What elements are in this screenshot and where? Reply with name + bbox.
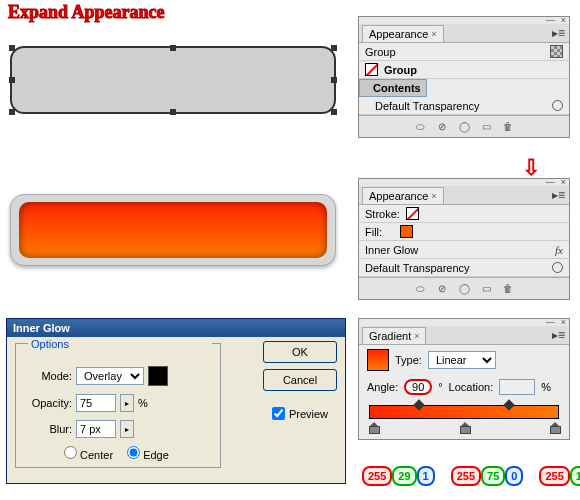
stroke-swatch-none[interactable]: [406, 207, 419, 220]
rgb-values: 255291 255750 2551060: [362, 466, 580, 486]
gradient-stop[interactable]: [460, 418, 469, 429]
blur-spinner[interactable]: ▸: [120, 420, 134, 438]
rgb-chip-2: 255750: [451, 466, 524, 486]
fill-row[interactable]: Fill:: [359, 223, 569, 241]
new-icon[interactable]: ▭: [478, 282, 494, 296]
ok-button[interactable]: OK: [263, 341, 337, 363]
cancel-button[interactable]: Cancel: [263, 369, 337, 391]
close-icon[interactable]: ×: [561, 17, 566, 24]
minimize-icon[interactable]: —: [546, 17, 555, 24]
panel-menu-icon[interactable]: ▸≡: [552, 26, 565, 40]
gradient-stop[interactable]: [369, 418, 378, 429]
panel-menu-icon[interactable]: ▸≡: [552, 188, 565, 202]
mode-select[interactable]: Overlay: [76, 367, 144, 385]
opacity-spinner[interactable]: ▸: [120, 394, 134, 412]
mode-label: Mode:: [24, 370, 72, 382]
minimize-icon[interactable]: —: [546, 319, 555, 326]
options-legend: Options: [28, 338, 212, 350]
artboard-result: [8, 178, 340, 288]
panel-titlebar[interactable]: —×: [359, 319, 569, 326]
target-icon[interactable]: [552, 100, 563, 111]
blur-input[interactable]: [76, 420, 116, 438]
appearance-panel-2: —× Appearance× ▸≡ Stroke: Fill: Inner Gl…: [358, 178, 570, 300]
appearance-row-default-transparency[interactable]: Default Transparency: [359, 97, 569, 115]
gradient-ramp[interactable]: [369, 405, 559, 419]
tab-close-icon[interactable]: ×: [431, 191, 436, 201]
fx-icon[interactable]: fx: [555, 244, 563, 256]
appearance-row-group-bold[interactable]: Group: [359, 61, 569, 79]
center-radio[interactable]: Center: [64, 446, 113, 461]
appearance-row-contents[interactable]: Contents: [359, 79, 427, 97]
new-sublayer-icon[interactable]: ◯: [456, 120, 472, 134]
location-label: Location:: [449, 381, 494, 393]
appearance-panel-1: —× Appearance× ▸≡ Group Group Contents D…: [358, 16, 570, 138]
type-label: Type:: [395, 354, 422, 366]
midpoint-slider[interactable]: [413, 399, 424, 410]
stroke-row[interactable]: Stroke:: [359, 205, 569, 223]
no-icon[interactable]: ⊘: [434, 282, 450, 296]
glow-color-swatch[interactable]: [148, 366, 168, 386]
blur-label: Blur:: [24, 423, 72, 435]
location-unit: %: [541, 381, 551, 393]
edge-radio[interactable]: Edge: [127, 446, 169, 461]
trash-icon[interactable]: 🗑: [500, 120, 516, 134]
button-inner-gradient: [19, 202, 327, 258]
gradient-tab[interactable]: Gradient×: [362, 327, 426, 344]
dialog-title[interactable]: Inner Glow: [7, 319, 345, 337]
panel-footer: ⬭ ⊘ ◯ ▭ 🗑: [359, 115, 569, 137]
button-outer: [10, 194, 336, 266]
degree-symbol: °: [438, 381, 442, 393]
midpoint-slider[interactable]: [504, 399, 515, 410]
inner-glow-dialog: Inner Glow Options Mode: Overlay Opacity…: [6, 318, 346, 484]
thumbnail-icon: [550, 45, 563, 58]
gradient-type-select[interactable]: Linear: [428, 351, 496, 369]
fill-swatch-orange[interactable]: [400, 225, 413, 238]
minimize-icon[interactable]: —: [546, 179, 555, 186]
gradient-panel: —× Gradient× ▸≡ Type: Linear Angle: 90 °…: [358, 318, 570, 440]
trash-icon[interactable]: 🗑: [500, 282, 516, 296]
angle-label: Angle:: [367, 381, 398, 393]
rounded-rect-shape[interactable]: [10, 46, 336, 114]
page-title: Expand Appearance: [8, 2, 165, 23]
close-icon[interactable]: ×: [561, 319, 566, 326]
swatch-none-icon: [365, 63, 378, 76]
appearance-row-group[interactable]: Group: [359, 43, 569, 61]
tab-close-icon[interactable]: ×: [414, 331, 419, 341]
preview-checkbox[interactable]: Preview: [272, 407, 328, 420]
location-input[interactable]: [499, 379, 535, 395]
appearance-tab[interactable]: Appearance×: [362, 187, 444, 204]
panel-footer: ⬭ ⊘ ◯ ▭ 🗑: [359, 277, 569, 299]
default-transparency-row[interactable]: Default Transparency: [359, 259, 569, 277]
panel-menu-icon[interactable]: ▸≡: [552, 328, 565, 342]
options-fieldset: Options Mode: Overlay Opacity: ▸ % Blur:…: [15, 343, 221, 468]
link-icon[interactable]: ⬭: [412, 120, 428, 134]
gradient-preview-swatch[interactable]: [367, 349, 389, 371]
artboard-selected-group: [8, 28, 340, 138]
opacity-label: Opacity:: [24, 397, 72, 409]
angle-input[interactable]: 90: [404, 379, 432, 395]
rgb-chip-3: 2551060: [539, 466, 580, 486]
rgb-chip-1: 255291: [362, 466, 435, 486]
opacity-input[interactable]: [76, 394, 116, 412]
panel-titlebar[interactable]: —×: [359, 179, 569, 186]
no-icon[interactable]: ⊘: [434, 120, 450, 134]
appearance-tab[interactable]: Appearance×: [362, 25, 444, 42]
link-icon[interactable]: ⬭: [412, 282, 428, 296]
tab-close-icon[interactable]: ×: [431, 29, 436, 39]
inner-glow-row[interactable]: Inner Glowfx: [359, 241, 569, 259]
opacity-unit: %: [138, 397, 148, 409]
close-icon[interactable]: ×: [561, 179, 566, 186]
target-icon[interactable]: [552, 262, 563, 273]
new-icon[interactable]: ▭: [478, 120, 494, 134]
gradient-stop[interactable]: [550, 418, 559, 429]
new-sublayer-icon[interactable]: ◯: [456, 282, 472, 296]
panel-titlebar[interactable]: —×: [359, 17, 569, 24]
